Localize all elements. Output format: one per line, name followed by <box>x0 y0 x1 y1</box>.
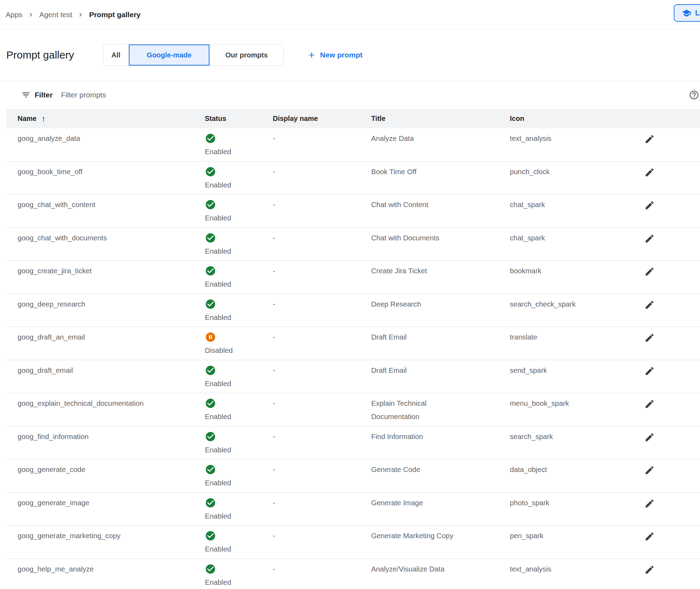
prompts-table: Name Status Display name Title Icon goog… <box>6 109 700 589</box>
prompt-title: Analyze/Visualize Data <box>371 559 510 589</box>
prompt-status: Enabled <box>205 559 273 589</box>
title-row: Prompt gallery All Google-made Our promp… <box>0 29 700 81</box>
help-button[interactable] <box>689 90 699 100</box>
edit-prompt-button[interactable] <box>644 266 655 277</box>
prompt-display-name: - <box>273 459 371 492</box>
new-prompt-button[interactable]: New prompt <box>307 50 362 60</box>
prompt-icon-name: data_object <box>510 459 644 492</box>
prompt-actions <box>644 194 700 227</box>
filter-button-label: Filter <box>35 91 53 99</box>
filter-prompts-input[interactable]: Filter prompts <box>61 91 106 99</box>
breadcrumb-prompt-gallery: Prompt gallery <box>89 11 140 19</box>
prompt-actions <box>644 128 700 161</box>
prompt-display-name: - <box>273 128 371 161</box>
prompt-status-label: Enabled <box>205 509 231 523</box>
prompt-display-name: - <box>273 526 371 559</box>
pencil-edit-icon <box>644 405 655 410</box>
prompt-icon-name: search_spark <box>510 426 644 459</box>
prompt-actions <box>644 162 700 194</box>
prompt-status-label: Enabled <box>205 211 231 225</box>
prompt-name: goog_generate_code <box>6 459 205 492</box>
prompt-display-name: - <box>273 261 371 294</box>
plus-icon <box>307 50 316 60</box>
prompt-title: Generate Code <box>371 459 510 492</box>
edit-prompt-button[interactable] <box>644 300 655 310</box>
tab-all[interactable]: All <box>103 44 129 66</box>
prompt-title: Draft Email <box>371 327 510 360</box>
prompt-title: Draft Email <box>371 360 510 393</box>
table-row: goog_help_me_analyze Enabled - Analyze/V… <box>6 559 700 589</box>
prompt-name: goog_generate_marketing_copy <box>6 526 205 559</box>
status-enabled-icon <box>205 365 216 376</box>
prompt-display-name: - <box>273 194 371 227</box>
edit-prompt-button[interactable] <box>644 432 655 443</box>
prompt-display-name: - <box>273 327 371 360</box>
tab-our-prompts[interactable]: Our prompts <box>209 44 283 66</box>
school-icon <box>682 8 691 18</box>
prompt-status: Enabled <box>205 194 273 227</box>
table-row: goog_create_jira_ticket Enabled - Create… <box>6 261 700 294</box>
edit-prompt-button[interactable] <box>644 531 655 542</box>
prompt-status: Enabled <box>205 294 273 327</box>
pencil-edit-icon <box>644 173 655 179</box>
prompt-icon-name: bookmark <box>510 261 644 294</box>
column-header-status: Status <box>205 115 273 123</box>
prompt-title: Create Jira Ticket <box>371 261 510 294</box>
column-header-name[interactable]: Name <box>6 114 205 124</box>
breadcrumb-apps[interactable]: Apps <box>6 11 22 19</box>
new-prompt-label: New prompt <box>320 51 362 59</box>
prompt-title: Explain Technical Documentation <box>371 393 510 426</box>
prompt-status: Enabled <box>205 261 273 294</box>
prompt-status-label: Enabled <box>205 443 231 457</box>
prompt-name: goog_draft_an_email <box>6 327 205 360</box>
edit-prompt-button[interactable] <box>644 564 655 575</box>
prompt-actions <box>644 459 700 492</box>
filter-button[interactable]: Filter <box>21 90 53 100</box>
prompt-name: goog_chat_with_content <box>6 194 205 227</box>
top-bar: Apps Agent test Prompt gallery L <box>0 0 700 29</box>
prompt-status-label: Enabled <box>205 542 231 556</box>
prompt-display-name: - <box>273 393 371 426</box>
edit-prompt-button[interactable] <box>644 134 655 144</box>
chevron-right-icon <box>27 11 35 19</box>
prompt-name: goog_analyze_data <box>6 128 205 161</box>
edit-prompt-button[interactable] <box>644 465 655 475</box>
prompt-display-name: - <box>273 228 371 261</box>
prompt-status-label: Enabled <box>205 476 231 489</box>
prompt-status: Disabled <box>205 327 273 360</box>
prompt-display-name: - <box>273 559 371 589</box>
edit-prompt-button[interactable] <box>644 399 655 409</box>
edit-prompt-button[interactable] <box>644 498 655 509</box>
tab-google-made[interactable]: Google-made <box>129 44 209 66</box>
prompt-icon-name: chat_spark <box>510 194 644 227</box>
edit-prompt-button[interactable] <box>644 233 655 244</box>
prompt-actions <box>644 426 700 459</box>
prompt-icon-name: pen_spark <box>510 526 644 559</box>
edit-prompt-button[interactable] <box>644 200 655 211</box>
table-row: goog_analyze_data Enabled - Analyze Data… <box>6 128 700 162</box>
edit-prompt-button[interactable] <box>644 366 655 376</box>
prompt-filter-tabs: All Google-made Our prompts <box>103 44 284 66</box>
pencil-edit-icon <box>644 571 655 576</box>
column-header-name-label: Name <box>18 115 36 123</box>
prompt-icon-name: chat_spark <box>510 228 644 261</box>
prompt-status: Enabled <box>205 162 273 194</box>
prompt-name: goog_explain_technical_documentation <box>6 393 205 426</box>
status-enabled-icon <box>205 563 216 575</box>
edit-prompt-button[interactable] <box>644 167 655 178</box>
status-enabled-icon <box>205 232 216 244</box>
prompt-icon-name: punch_clock <box>510 162 644 194</box>
prompt-display-name: - <box>273 426 371 459</box>
breadcrumb-agent-test[interactable]: Agent test <box>39 11 72 19</box>
prompt-actions <box>644 493 700 526</box>
prompt-status: Enabled <box>205 459 273 492</box>
pencil-edit-icon <box>644 339 655 344</box>
status-enabled-icon <box>205 431 216 442</box>
edit-prompt-button[interactable] <box>644 333 655 343</box>
pencil-edit-icon <box>644 438 655 444</box>
learn-button[interactable]: L <box>674 4 700 22</box>
prompt-name: goog_find_information <box>6 426 205 459</box>
status-enabled-icon <box>205 530 216 541</box>
prompt-actions <box>644 526 700 559</box>
table-row: goog_draft_email Enabled - Draft Email s… <box>6 360 700 393</box>
